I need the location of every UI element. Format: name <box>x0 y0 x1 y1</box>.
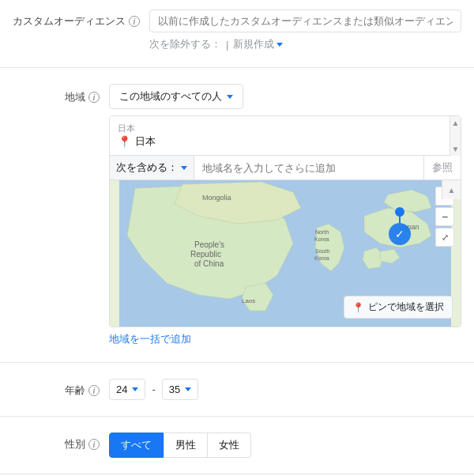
location-label: 地域 i <box>13 84 100 104</box>
svg-text:People's: People's <box>194 240 224 249</box>
svg-text:Korea: Korea <box>314 236 329 242</box>
location-type-dropdown[interactable]: この地域のすべての人 <box>109 84 243 109</box>
svg-text:South: South <box>315 248 329 254</box>
age-max-value: 35 <box>169 383 180 395</box>
svg-text:Korea: Korea <box>314 255 329 261</box>
include-label: 次を含める： <box>116 161 178 175</box>
custom-audience-info-icon[interactable]: i <box>129 16 140 27</box>
custom-audience-actions: 次を除外する： | 新規作成 <box>149 37 461 51</box>
include-chevron <box>181 166 187 170</box>
gender-section: 性別 i すべて 男性 女性 <box>0 423 474 467</box>
svg-text:Laos: Laos <box>242 297 255 304</box>
gender-label-text: 性別 <box>65 437 85 451</box>
gender-field-content: すべて 男性 女性 <box>109 433 461 458</box>
pin-select-button[interactable]: 📍 ピンで地域を選択 <box>344 296 453 319</box>
location-label-text: 地域 <box>65 90 85 104</box>
map-expand-btn[interactable]: ⤢ <box>435 228 454 247</box>
new-create-label: 新規作成 <box>233 37 274 51</box>
svg-text:Republic: Republic <box>190 250 221 259</box>
age-min-dropdown[interactable]: 24 <box>109 379 145 400</box>
location-add-row: 次を含める： 参照 <box>110 156 461 180</box>
custom-audience-label: カスタムオーディエンス i <box>13 9 140 28</box>
location-section: 地域 i この地域のすべての人 日本 📍 日本 <box>0 74 474 356</box>
bulk-add-link[interactable]: 地域を一括で追加 <box>109 332 461 346</box>
gender-female-btn[interactable]: 女性 <box>208 433 251 458</box>
svg-text:✓: ✓ <box>395 228 404 240</box>
location-info-icon[interactable]: i <box>88 92 100 103</box>
location-type-chevron <box>227 95 233 99</box>
age-min-chevron <box>132 387 138 391</box>
country-name-text: 日本 <box>135 134 156 149</box>
action-separator: | <box>226 39 228 51</box>
svg-text:of China: of China <box>194 259 224 268</box>
gender-buttons: すべて 男性 女性 <box>109 433 461 458</box>
location-type-label: この地域のすべての人 <box>119 89 222 104</box>
gender-info-icon[interactable]: i <box>88 439 100 450</box>
age-section: 年齢 i 24 - 35 <box>0 369 474 410</box>
age-inputs: 24 - 35 <box>109 379 461 400</box>
map-container: People's Republic of China Mongolia Nort… <box>110 180 461 327</box>
location-scrollbar: ▲ ▼ <box>450 116 461 156</box>
section-divider-3 <box>0 416 474 417</box>
gender-all-btn[interactable]: すべて <box>109 433 164 458</box>
country-name-row: 📍 日本 <box>118 134 453 149</box>
country-header: 日本 <box>118 123 453 134</box>
custom-audience-input[interactable] <box>149 9 461 32</box>
age-info-icon[interactable]: i <box>88 385 100 396</box>
age-field-content: 24 - 35 <box>109 379 461 400</box>
new-create-dropdown-icon <box>276 43 283 47</box>
include-dropdown[interactable]: 次を含める： <box>110 156 194 179</box>
pin-select-label: ピンで地域を選択 <box>368 300 444 314</box>
pin-icon: 📍 <box>352 302 364 313</box>
ref-button[interactable]: 参照 <box>423 156 461 179</box>
age-min-value: 24 <box>116 383 127 395</box>
location-selected-row: 日本 📍 日本 ▲ ▼ <box>110 116 461 156</box>
section-divider-2 <box>0 362 474 363</box>
location-selected-content: 日本 📍 日本 <box>118 123 453 149</box>
country-pin-icon: 📍 <box>118 135 131 148</box>
new-create-button[interactable]: 新規作成 <box>233 37 283 51</box>
custom-audience-field-content: 次を除外する： | 新規作成 <box>149 9 461 51</box>
exclude-link[interactable]: 次を除外する： <box>149 37 221 51</box>
scroll-up-btn[interactable]: ▲ <box>450 116 461 130</box>
map-zoom-out-btn[interactable]: − <box>435 207 454 226</box>
location-selected-area: 日本 📍 日本 ▲ ▼ <box>110 116 461 156</box>
age-max-dropdown[interactable]: 35 <box>162 379 198 400</box>
gender-male-btn[interactable]: 男性 <box>164 433 208 458</box>
age-dash: - <box>152 383 155 395</box>
map-scroll-up[interactable]: ▲ <box>442 180 461 199</box>
location-box: 日本 📍 日本 ▲ ▼ <box>109 115 461 327</box>
location-field-content: この地域のすべての人 日本 📍 日本 <box>109 84 461 346</box>
section-divider-4 <box>0 474 474 474</box>
age-max-chevron <box>185 387 191 391</box>
gender-label: 性別 i <box>13 433 100 451</box>
svg-text:Mongolia: Mongolia <box>202 194 231 202</box>
location-search-input[interactable] <box>194 157 423 179</box>
custom-audience-section: カスタムオーディエンス i 次を除外する： | 新規作成 <box>0 0 474 61</box>
svg-point-13 <box>395 207 404 217</box>
age-label-text: 年齢 <box>65 383 85 398</box>
section-divider-1 <box>0 67 474 68</box>
custom-audience-label-text: カスタムオーディエンス <box>13 14 126 28</box>
scroll-down-btn[interactable]: ▼ <box>450 142 461 156</box>
svg-text:North: North <box>315 229 329 235</box>
age-label: 年齢 i <box>13 379 100 398</box>
